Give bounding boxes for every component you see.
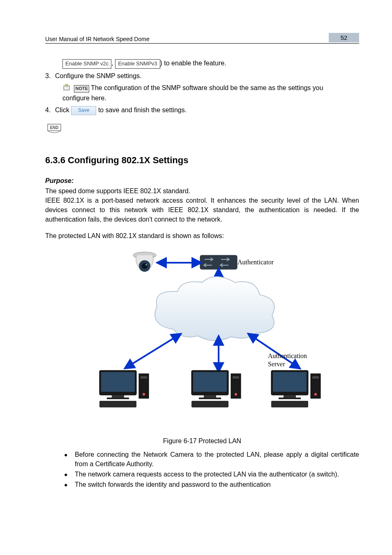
bullet-1: Before connecting the Network Camera to … [64,450,359,469]
svg-rect-1 [65,84,68,86]
enable-snmp-v3-box: Enable SNMPv3 [115,59,160,69]
note-label: NOTE [74,85,89,92]
pc-icon-1 [99,370,149,407]
enable-suffix: ) to enable the feature. [160,60,226,67]
note-icon [62,83,71,93]
step-text: Configure the SNMP settings. [55,71,359,81]
note-text-line1: The configuration of the SNMP software s… [91,84,323,91]
svg-rect-10 [107,398,129,399]
bullet-list: Before connecting the Network Camera to … [64,450,359,490]
snmp-enable-line: Enable SNMP v2c, Enable SNMPv3) to enabl… [45,58,359,69]
step-number: 4. [45,105,55,115]
end-icon: END [45,123,63,137]
bullet-3: The switch forwards the identity and pas… [64,480,359,489]
bullet-2: The network camera requests access to th… [64,469,359,479]
svg-point-21 [235,393,237,395]
svg-rect-17 [204,395,216,398]
auth-server-label-1: Authentication [268,352,307,359]
page-number: 52 [329,33,359,42]
section-heading: 6.3.6 Configuring 802.1X Settings [45,154,359,167]
figure-caption: Figure 6-17 Protected LAN [45,436,359,446]
arrow-cloud-pc1 [128,336,178,366]
svg-rect-22 [191,401,228,407]
svg-point-13 [143,393,145,395]
purpose-label: Purpose: [45,176,359,185]
svg-rect-8 [101,372,135,392]
step4-suffix: to save and finish the settings. [98,106,187,113]
cloud-icon [155,277,274,341]
doc-title: User Manual of IR Network Speed Dome [45,36,150,42]
page-header: User Manual of IR Network Speed Dome 52 [45,33,359,44]
svg-rect-30 [271,401,308,407]
switch-icon [200,255,237,269]
svg-rect-14 [99,401,136,407]
paragraph-3: The protected LAN with 802.1X standard i… [45,231,359,240]
svg-rect-18 [199,398,221,399]
enable-snmp-v2c-box: Enable SNMP v2c [62,59,111,69]
svg-rect-28 [312,376,319,379]
step-3: 3. Configure the SNMP settings. [45,71,359,81]
step-number: 3. [45,71,55,81]
end-label: END [50,125,58,130]
protected-lan-diagram: Authenticator Authentication Server [45,247,359,424]
svg-rect-25 [284,395,296,398]
svg-point-29 [314,393,317,395]
paragraph-2: IEEE 802.1X is a port-based network acce… [45,196,359,224]
step-4: 4. Click Save to save and finish the set… [45,105,359,115]
svg-point-4 [142,263,148,269]
svg-rect-12 [141,376,147,379]
pc-icon-2 [191,370,241,407]
paragraph-1: The speed dome supports IEEE 802.1X stan… [45,186,359,196]
svg-rect-20 [233,376,239,379]
svg-rect-26 [279,398,301,399]
svg-rect-6 [200,255,237,269]
step4-prefix: Click [55,106,71,113]
svg-point-5 [145,264,147,266]
save-button[interactable]: Save [71,106,96,115]
camera-icon [133,252,156,272]
svg-rect-24 [273,372,307,392]
auth-server-label-2: Server [268,361,285,368]
note-text-line2: configure here. [62,95,106,102]
authenticator-label: Authenticator [238,259,274,266]
note-block: NOTE The configuration of the SNMP softw… [45,83,359,103]
pc-icon-3 [271,370,321,407]
svg-rect-16 [193,372,227,392]
svg-rect-9 [112,395,124,398]
separator: , [111,60,115,67]
